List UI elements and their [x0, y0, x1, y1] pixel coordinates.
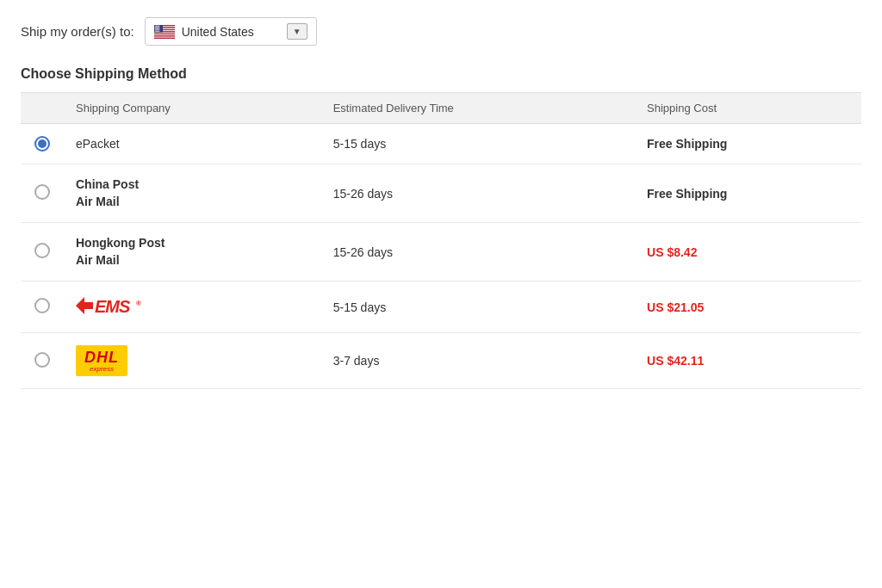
svg-point-24: [156, 27, 157, 28]
company-cell: ePacket: [64, 124, 321, 164]
svg-point-36: [158, 28, 159, 29]
svg-point-26: [158, 27, 158, 28]
radio-button[interactable]: [34, 298, 50, 313]
ship-to-label: Ship my order(s) to:: [21, 24, 134, 39]
company-name-bold: Hongkong PostAir Mail: [76, 236, 165, 267]
svg-point-27: [158, 27, 159, 28]
delivery-time: 15-26 days: [321, 164, 635, 223]
svg-point-29: [156, 28, 157, 28]
svg-marker-46: [76, 297, 93, 314]
radio-cell[interactable]: [21, 333, 64, 389]
svg-point-21: [157, 26, 158, 27]
ems-logo-svg: EMS ®: [76, 294, 145, 318]
radio-cell[interactable]: [21, 164, 64, 223]
shipping-cost: Free Shipping: [635, 164, 861, 223]
svg-point-25: [157, 27, 158, 28]
table-row[interactable]: China PostAir Mail15-26 daysFree Shippin…: [21, 164, 861, 223]
radio-cell[interactable]: [21, 223, 64, 282]
company-name: ePacket: [76, 137, 120, 151]
svg-point-23: [154, 27, 155, 28]
svg-point-34: [157, 28, 158, 29]
svg-rect-8: [154, 33, 175, 34]
svg-rect-11: [154, 36, 175, 37]
header-cost: Shipping Cost: [635, 93, 861, 124]
svg-point-17: [158, 25, 158, 26]
radio-cell[interactable]: [21, 124, 64, 164]
svg-rect-7: [154, 32, 175, 33]
ship-to-section: Ship my order(s) to:: [21, 17, 861, 46]
country-selector[interactable]: United States ▼: [145, 17, 317, 46]
svg-rect-12: [154, 37, 175, 38]
radio-button[interactable]: [34, 352, 50, 368]
svg-point-22: [158, 26, 159, 27]
svg-point-35: [158, 28, 158, 29]
company-cell: Hongkong PostAir Mail: [64, 223, 321, 282]
svg-point-18: [158, 25, 159, 26]
dropdown-arrow-icon[interactable]: ▼: [287, 23, 307, 40]
svg-point-19: [155, 26, 156, 27]
section-title: Choose Shipping Method: [21, 66, 861, 82]
svg-point-41: [154, 31, 155, 32]
delivery-time: 15-26 days: [321, 223, 635, 282]
header-delivery: Estimated Delivery Time: [321, 93, 635, 124]
svg-point-45: [158, 31, 159, 32]
header-select: [21, 93, 64, 124]
radio-button[interactable]: [34, 184, 50, 200]
svg-rect-9: [154, 34, 175, 35]
company-name-bold: China PostAir Mail: [76, 177, 139, 208]
svg-point-43: [157, 31, 158, 32]
svg-point-32: [154, 28, 155, 29]
svg-point-28: [155, 28, 156, 28]
svg-point-30: [157, 28, 158, 28]
svg-point-37: [155, 29, 156, 30]
shipping-table: Shipping Company Estimated Delivery Time…: [21, 92, 861, 389]
svg-point-44: [158, 31, 158, 32]
svg-point-31: [158, 28, 159, 28]
radio-cell[interactable]: [21, 282, 64, 333]
table-row[interactable]: Hongkong PostAir Mail15-26 daysUS $8.42: [21, 223, 861, 282]
us-flag-icon: [154, 25, 175, 39]
table-header: Shipping Company Estimated Delivery Time…: [21, 93, 861, 124]
shipping-cost: Free Shipping: [635, 124, 861, 164]
svg-point-39: [157, 29, 158, 30]
company-cell: EMS ®: [64, 282, 321, 333]
svg-point-33: [156, 28, 157, 29]
svg-point-38: [156, 29, 157, 30]
ems-logo: EMS ®: [76, 294, 145, 318]
radio-inner-dot: [38, 139, 47, 148]
company-cell: China PostAir Mail: [64, 164, 321, 223]
company-cell: DHLexpress: [64, 333, 321, 389]
svg-rect-10: [154, 35, 175, 36]
svg-point-16: [157, 25, 158, 26]
shipping-cost: US $42.11: [635, 333, 861, 389]
selected-country: United States: [182, 25, 280, 39]
dhl-logo: DHLexpress: [76, 345, 127, 376]
table-row[interactable]: EMS ® 5-15 daysUS $21.05: [21, 282, 861, 333]
svg-text:EMS: EMS: [95, 297, 131, 316]
shipping-cost: US $8.42: [635, 223, 861, 282]
delivery-time: 3-7 days: [321, 333, 635, 389]
svg-text:®: ®: [136, 300, 141, 307]
svg-point-40: [158, 29, 159, 30]
table-row[interactable]: DHLexpress3-7 daysUS $42.11: [21, 333, 861, 389]
svg-point-15: [156, 25, 157, 26]
radio-button[interactable]: [34, 243, 50, 258]
header-company: Shipping Company: [64, 93, 321, 124]
svg-point-14: [154, 25, 155, 26]
shipping-cost: US $21.05: [635, 282, 861, 333]
table-row[interactable]: ePacket5-15 daysFree Shipping: [21, 124, 861, 164]
delivery-time: 5-15 days: [321, 282, 635, 333]
svg-point-20: [156, 26, 157, 27]
delivery-time: 5-15 days: [321, 124, 635, 164]
radio-button[interactable]: [34, 136, 50, 152]
svg-point-42: [156, 31, 157, 32]
